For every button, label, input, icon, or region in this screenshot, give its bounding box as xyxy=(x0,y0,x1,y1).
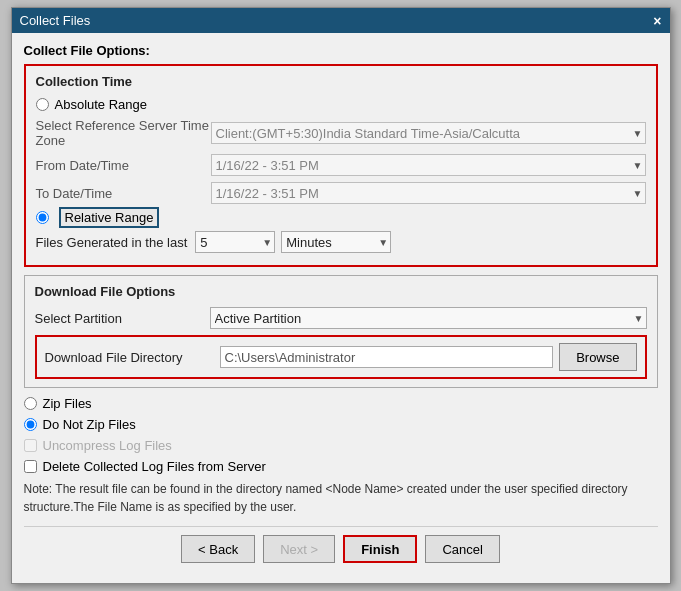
zip-files-radio[interactable] xyxy=(24,397,37,410)
from-datetime-row: From Date/Time 1/16/22 - 3:51 PM ▼ xyxy=(36,154,646,176)
absolute-range-label[interactable]: Absolute Range xyxy=(55,97,148,112)
title-bar: Collect Files × xyxy=(12,8,670,33)
uncompress-log-checkbox[interactable] xyxy=(24,439,37,452)
time-unit-select[interactable]: Minutes Hours Days xyxy=(281,231,391,253)
from-datetime-label: From Date/Time xyxy=(36,158,211,173)
select-partition-label: Select Partition xyxy=(35,311,210,326)
zip-files-row: Zip Files xyxy=(24,396,658,411)
delete-collected-label[interactable]: Delete Collected Log Files from Server xyxy=(43,459,266,474)
close-icon[interactable]: × xyxy=(653,14,661,28)
note-text: Note: The result file can be found in th… xyxy=(24,480,658,516)
collection-time-title: Collection Time xyxy=(36,74,646,89)
collect-files-dialog: Collect Files × Collect File Options: Co… xyxy=(11,7,671,584)
delete-collected-row: Delete Collected Log Files from Server xyxy=(24,459,658,474)
browse-button[interactable]: Browse xyxy=(559,343,636,371)
select-partition-select[interactable]: Active Partition xyxy=(210,307,647,329)
collect-file-options-label: Collect File Options: xyxy=(24,43,658,58)
zip-files-label[interactable]: Zip Files xyxy=(43,396,92,411)
from-datetime-select[interactable]: 1/16/22 - 3:51 PM xyxy=(211,154,646,176)
select-partition-row: Select Partition Active Partition ▼ xyxy=(35,307,647,329)
to-datetime-row: To Date/Time 1/16/22 - 3:51 PM ▼ xyxy=(36,182,646,204)
cancel-button[interactable]: Cancel xyxy=(425,535,499,563)
download-file-options-section: Download File Options Select Partition A… xyxy=(24,275,658,388)
download-dir-label: Download File Directory xyxy=(45,350,220,365)
absolute-range-radio[interactable] xyxy=(36,98,49,111)
relative-range-text: Relative Range xyxy=(59,207,160,228)
do-not-zip-row: Do Not Zip Files xyxy=(24,417,658,432)
download-dir-section: Download File Directory Browse xyxy=(35,335,647,379)
next-button[interactable]: Next > xyxy=(263,535,335,563)
absolute-range-row: Absolute Range xyxy=(36,97,646,112)
select-partition-select-wrapper: Active Partition ▼ xyxy=(210,307,647,329)
ref-server-label: Select Reference Server Time Zone xyxy=(36,118,211,148)
files-count-select[interactable]: 5 10 15 30 xyxy=(195,231,275,253)
time-unit-select-wrapper: Minutes Hours Days ▼ xyxy=(281,231,391,253)
download-dir-input[interactable] xyxy=(220,346,554,368)
download-file-options-title: Download File Options xyxy=(35,284,647,299)
button-row: < Back Next > Finish Cancel xyxy=(24,526,658,573)
finish-button[interactable]: Finish xyxy=(343,535,417,563)
uncompress-log-row: Uncompress Log Files xyxy=(24,438,658,453)
relative-range-row: Relative Range xyxy=(36,210,646,225)
relative-range-label[interactable]: Relative Range xyxy=(55,210,160,225)
relative-range-radio[interactable] xyxy=(36,211,49,224)
ref-server-select[interactable]: Client:(GMT+5:30)India Standard Time-Asi… xyxy=(211,122,646,144)
do-not-zip-label[interactable]: Do Not Zip Files xyxy=(43,417,136,432)
to-datetime-select-wrapper: 1/16/22 - 3:51 PM ▼ xyxy=(211,182,646,204)
back-button[interactable]: < Back xyxy=(181,535,255,563)
collection-time-section: Collection Time Absolute Range Select Re… xyxy=(24,64,658,267)
do-not-zip-radio[interactable] xyxy=(24,418,37,431)
uncompress-log-label: Uncompress Log Files xyxy=(43,438,172,453)
files-generated-label: Files Generated in the last xyxy=(36,235,188,250)
from-datetime-select-wrapper: 1/16/22 - 3:51 PM ▼ xyxy=(211,154,646,176)
dialog-title: Collect Files xyxy=(20,13,91,28)
files-count-select-wrapper: 5 10 15 30 ▼ xyxy=(195,231,275,253)
to-datetime-label: To Date/Time xyxy=(36,186,211,201)
delete-collected-checkbox[interactable] xyxy=(24,460,37,473)
ref-server-row: Select Reference Server Time Zone Client… xyxy=(36,118,646,148)
ref-server-select-wrapper: Client:(GMT+5:30)India Standard Time-Asi… xyxy=(211,122,646,144)
files-generated-row: Files Generated in the last 5 10 15 30 ▼… xyxy=(36,231,646,253)
to-datetime-select[interactable]: 1/16/22 - 3:51 PM xyxy=(211,182,646,204)
download-dir-row: Download File Directory Browse xyxy=(45,343,637,371)
